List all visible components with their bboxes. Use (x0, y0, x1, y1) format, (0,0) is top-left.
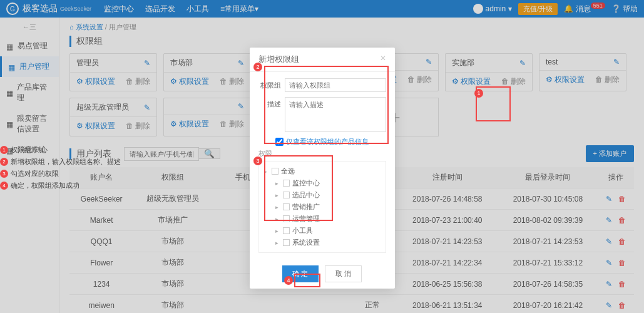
label-only-view: 仅查看该权限组的产品信息 (286, 137, 369, 146)
annot-num-2: 2 (253, 63, 262, 71)
perm-section-label: 权限 (258, 149, 386, 158)
tree-all[interactable]: ▸全选 (264, 165, 381, 177)
legend-num: 2 (0, 158, 8, 166)
legend-text: 权限组添加 (11, 144, 45, 156)
legend-text: 确定，权限组添加成功 (11, 180, 79, 192)
label-name: 权限组 (258, 78, 281, 92)
annot-num-4: 4 (284, 276, 293, 285)
checkbox-only-view[interactable] (275, 138, 284, 146)
legend-num: 3 (0, 170, 8, 178)
tree-item[interactable]: ▸选品中心 (275, 189, 381, 201)
perm-tree: ▸全选 ▸监控中心▸选品中心▸营销推广▸运营管理▸小工具▸系统设置 (258, 161, 386, 253)
tree-item[interactable]: ▸小工具 (275, 225, 381, 237)
input-group-name[interactable] (285, 78, 386, 92)
legend-text: 勾选对应的权限 (11, 168, 59, 180)
cancel-button[interactable]: 取 消 (325, 265, 362, 282)
legend-text: 新增权限组，输入权限组名称、描述 (11, 156, 121, 168)
annot-num-1: 1 (474, 89, 483, 98)
tree-item[interactable]: ▸系统设置 (275, 237, 381, 249)
label-desc: 描述 (258, 97, 281, 132)
modal-title: 新增权限组 (258, 54, 299, 65)
tree-item[interactable]: ▸营销推广 (275, 201, 381, 213)
modal: 新增权限组 ✕ 权限组 描述 仅查看该权限组的产品信息 权限 ▸全选 ▸监控中心… (250, 48, 395, 289)
annot-num-3: 3 (253, 156, 262, 165)
legend-num: 1 (0, 146, 8, 154)
legend: 1权限组添加2新增权限组，输入权限组名称、描述3勾选对应的权限4确定，权限组添加… (0, 144, 121, 192)
legend-num: 4 (0, 182, 8, 190)
input-group-desc[interactable] (285, 97, 386, 132)
modal-close-icon[interactable]: ✕ (380, 54, 386, 65)
tree-item[interactable]: ▸监控中心 (275, 177, 381, 189)
tree-item[interactable]: ▸运营管理 (275, 213, 381, 225)
